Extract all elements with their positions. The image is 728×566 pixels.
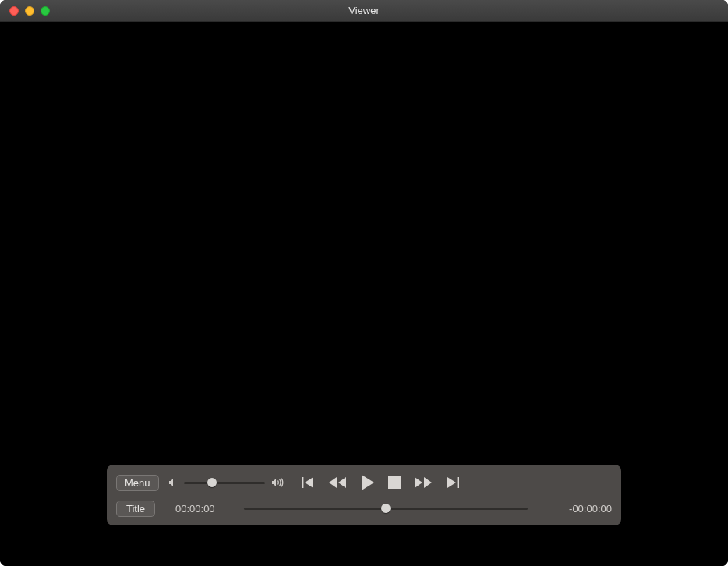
rewind-button[interactable] bbox=[327, 474, 348, 491]
volume-thumb[interactable] bbox=[207, 478, 217, 487]
controller-top-row: Menu bbox=[116, 471, 612, 494]
previous-chapter-button[interactable] bbox=[299, 474, 316, 491]
seek-slider[interactable] bbox=[244, 503, 528, 514]
fast-forward-button[interactable] bbox=[413, 474, 433, 491]
titlebar: Viewer bbox=[0, 0, 728, 22]
svg-rect-2 bbox=[457, 477, 458, 488]
close-window-button[interactable] bbox=[9, 6, 19, 16]
time-remaining: -00:00:00 bbox=[542, 503, 612, 515]
dvd-menu-button[interactable]: Menu bbox=[116, 475, 159, 491]
window-title: Viewer bbox=[0, 5, 728, 16]
volume-low-icon bbox=[167, 476, 179, 489]
playback-controller: Menu bbox=[107, 465, 621, 525]
minimize-window-button[interactable] bbox=[25, 6, 34, 16]
window-controls bbox=[0, 6, 50, 16]
zoom-window-button[interactable] bbox=[41, 6, 50, 16]
time-elapsed: 00:00:00 bbox=[175, 503, 238, 515]
volume-high-icon bbox=[270, 476, 285, 489]
volume-group bbox=[167, 476, 285, 489]
seek-thumb[interactable] bbox=[381, 504, 391, 513]
transport-controls bbox=[299, 473, 461, 492]
dvd-title-button[interactable]: Title bbox=[116, 501, 155, 517]
svg-rect-0 bbox=[302, 477, 303, 488]
svg-rect-1 bbox=[388, 476, 401, 489]
play-button[interactable] bbox=[359, 473, 376, 492]
controller-bottom-row: Title 00:00:00 -00:00:00 bbox=[116, 499, 612, 518]
volume-slider[interactable] bbox=[184, 477, 265, 488]
stop-button[interactable] bbox=[387, 475, 402, 490]
video-viewport[interactable]: Menu bbox=[0, 22, 728, 566]
volume-track bbox=[184, 482, 265, 484]
app-window: Viewer Menu bbox=[0, 0, 728, 566]
next-chapter-button[interactable] bbox=[444, 474, 461, 491]
